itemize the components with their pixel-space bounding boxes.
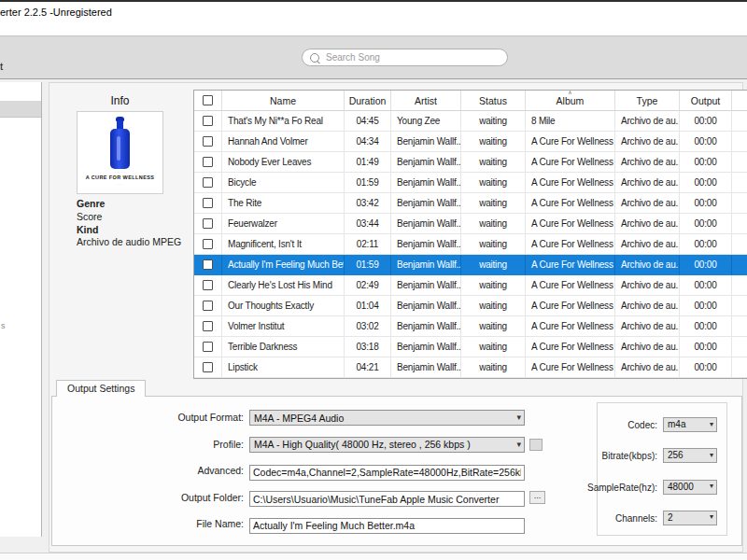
- field-input-wrap: [249, 490, 525, 506]
- row-checkbox-cell: [194, 173, 222, 192]
- cell-duration: 03:44: [345, 214, 391, 233]
- cell-artist: Benjamin Wallf...: [391, 255, 461, 274]
- browse-button[interactable]: ...: [529, 491, 545, 504]
- row-checkbox[interactable]: [203, 259, 213, 270]
- table-row[interactable]: Hannah And Volmer 04:34 Benjamin Wallf..…: [194, 132, 747, 152]
- bottle-body-graphic: [110, 129, 130, 169]
- cell-output: 00:00: [680, 316, 732, 336]
- cell-output: 00:00: [680, 214, 732, 233]
- param-dropdown[interactable]: 2 ▾: [663, 511, 717, 525]
- cell-type: Archivo de au...: [615, 275, 680, 295]
- row-checkbox[interactable]: [203, 301, 213, 311]
- field-label: Output Format:: [177, 412, 244, 423]
- cell-album: A Cure For Wellness ...: [526, 152, 615, 172]
- table-row[interactable]: Feuerwalzer 03:44 Benjamin Wallf... wait…: [194, 214, 747, 234]
- playlist-sidebar[interactable]: s: [0, 82, 42, 537]
- row-checkbox[interactable]: [203, 218, 213, 229]
- row-checkbox[interactable]: [203, 177, 213, 188]
- row-checkbox[interactable]: [203, 157, 213, 167]
- cell-name: Bicycle: [222, 173, 345, 192]
- cell-type: Archivo de au...: [615, 173, 680, 192]
- row-checkbox-cell: [194, 316, 222, 336]
- search-input[interactable]: [324, 51, 496, 63]
- cell-status: waiting: [461, 152, 526, 172]
- param-dropdown[interactable]: 48000 ▾: [663, 480, 717, 495]
- cell-status: waiting: [461, 193, 526, 213]
- cell-duration: 02:11: [345, 234, 391, 254]
- cell-stub: [732, 357, 747, 377]
- cell-stub: [732, 316, 747, 336]
- field-dropdown[interactable]: M4A - High Quality( 48000 Hz, stereo , 2…: [249, 437, 525, 453]
- chevron-down-icon: ▾: [516, 440, 521, 449]
- cell-stub: [732, 337, 747, 357]
- cell-artist: Benjamin Wallf...: [391, 316, 461, 336]
- table-row[interactable]: Our Thoughts Exactly 01:04 Benjamin Wall…: [194, 296, 747, 316]
- cell-duration: 03:42: [345, 193, 391, 213]
- track-table: Name Duration Artist Status ∧ Album Type…: [193, 90, 747, 379]
- cell-album: A Cure For Wellness ...: [526, 214, 615, 233]
- row-checkbox-cell: [194, 132, 222, 151]
- cell-name: Terrible Darkness: [222, 337, 345, 357]
- field-input[interactable]: [249, 518, 525, 534]
- table-row[interactable]: Volmer Institut 03:02 Benjamin Wallf... …: [194, 316, 747, 337]
- param-dropdown[interactable]: 256 ▾: [663, 448, 717, 463]
- field-dropdown[interactable]: M4A - MPEG4 Audio ▾: [249, 410, 525, 426]
- tab-output-settings[interactable]: Output Settings: [56, 380, 146, 397]
- cell-duration: 04:45: [345, 111, 391, 131]
- cell-output: 00:00: [680, 111, 732, 131]
- cell-name: Hannah And Volmer: [222, 132, 345, 151]
- cell-output: 00:00: [680, 357, 732, 377]
- cell-name: Clearly He's Lost His Mind: [222, 275, 345, 295]
- field-input[interactable]: [249, 491, 525, 507]
- field-input[interactable]: [249, 465, 525, 481]
- select-all-checkbox[interactable]: [203, 95, 213, 105]
- cell-stub: [732, 152, 747, 172]
- profile-edit-button[interactable]: [529, 439, 543, 451]
- cell-stub: [732, 296, 747, 315]
- header-status[interactable]: Status: [461, 91, 526, 111]
- cell-artist: Benjamin Wallf...: [391, 296, 461, 315]
- sidebar-header-strip: [0, 101, 41, 118]
- row-checkbox[interactable]: [203, 116, 213, 126]
- row-checkbox[interactable]: [203, 362, 213, 372]
- table-row[interactable]: Actually I'm Feeling Much Better 01:59 B…: [194, 255, 747, 275]
- cell-output: 00:00: [680, 255, 732, 274]
- audio-param-row: Channels: 2 ▾: [598, 511, 726, 526]
- table-row[interactable]: Terrible Darkness 03:18 Benjamin Wallf..…: [194, 337, 747, 357]
- header-stub: [732, 91, 747, 111]
- table-row[interactable]: That's My Ni**a Fo Real 04:45 Young Zee …: [194, 111, 747, 132]
- header-output[interactable]: Output: [680, 91, 732, 111]
- chevron-down-icon: ▾: [710, 451, 713, 459]
- row-checkbox[interactable]: [203, 342, 213, 352]
- row-checkbox[interactable]: [203, 136, 213, 147]
- sidebar-text-fragment: s: [1, 321, 6, 330]
- header-type[interactable]: Type: [615, 91, 680, 111]
- cell-type: Archivo de au...: [615, 255, 680, 274]
- table-row[interactable]: Bicycle 01:59 Benjamin Wallf... waiting …: [194, 173, 747, 193]
- header-name[interactable]: Name: [222, 91, 345, 111]
- table-row[interactable]: Nobody Ever Leaves 01:49 Benjamin Wallf.…: [194, 152, 747, 173]
- table-row[interactable]: Clearly He's Lost His Mind 02:49 Benjami…: [194, 275, 747, 296]
- table-row[interactable]: Magnificent, Isn't It 02:11 Benjamin Wal…: [194, 234, 747, 255]
- field-label: Advanced:: [197, 465, 244, 476]
- param-label: Codec:: [627, 420, 657, 430]
- search-box[interactable]: [302, 49, 508, 66]
- field-input-wrap: [249, 463, 525, 479]
- row-checkbox[interactable]: [203, 239, 213, 249]
- header-select-all[interactable]: [194, 91, 222, 111]
- param-dropdown[interactable]: m4a ▾: [663, 417, 717, 432]
- header-artist[interactable]: Artist: [391, 91, 461, 111]
- header-album[interactable]: ∧ Album: [526, 91, 615, 111]
- table-row[interactable]: Lipstick 04:21 Benjamin Wallf... waiting…: [194, 357, 747, 378]
- table-row[interactable]: The Rite 03:42 Benjamin Wallf... waiting…: [194, 193, 747, 214]
- cell-name: That's My Ni**a Fo Real: [222, 111, 345, 131]
- header-duration[interactable]: Duration: [345, 91, 391, 111]
- cell-output: 00:00: [680, 234, 732, 254]
- row-checkbox[interactable]: [203, 321, 213, 331]
- cell-status: waiting: [461, 111, 526, 131]
- cell-type: Archivo de au...: [615, 214, 680, 233]
- cell-duration: 02:49: [345, 275, 391, 295]
- cell-artist: Benjamin Wallf...: [391, 132, 461, 151]
- row-checkbox[interactable]: [203, 280, 213, 290]
- row-checkbox[interactable]: [203, 198, 213, 208]
